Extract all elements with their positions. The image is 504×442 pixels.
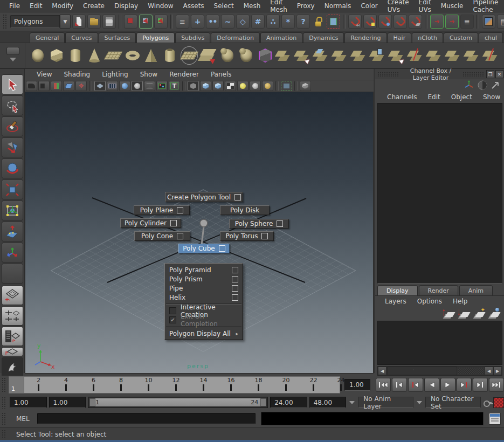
layer-editor-menu-item[interactable]: Options [413, 296, 446, 306]
open-scene-icon[interactable] [87, 15, 101, 29]
mask-handles-icon[interactable] [206, 15, 219, 29]
panel-menu-item[interactable]: Shading [58, 70, 95, 79]
shelf-tab[interactable]: Curves [65, 32, 98, 43]
universal-manipulator-button[interactable] [2, 201, 23, 220]
layer-editor-tab[interactable]: Render [419, 285, 458, 295]
snap-curve-icon[interactable] [363, 15, 377, 29]
command-result-field[interactable] [261, 412, 484, 425]
option-box-icon[interactable] [232, 276, 238, 282]
close-icon[interactable]: ✕ [495, 70, 503, 78]
texture-ref-icon[interactable] [169, 81, 180, 91]
move-tool-button[interactable] [2, 137, 23, 157]
last-tool-slot[interactable] [2, 264, 23, 284]
select-component-icon[interactable] [154, 15, 168, 29]
booleans-icon[interactable] [370, 47, 386, 64]
layer-editor-tab[interactable]: Anim [459, 285, 493, 295]
bookmark-icon[interactable] [51, 81, 62, 91]
option-box-icon[interactable] [219, 245, 225, 252]
menu-item[interactable]: Proxy [292, 1, 320, 11]
scroll-left2-icon[interactable]: ◀ [485, 367, 493, 375]
poly-cone-icon[interactable] [86, 47, 102, 64]
play-backwards-button[interactable] [424, 378, 439, 392]
lasso-tool-button[interactable] [2, 95, 23, 115]
step-forward-key-button[interactable] [457, 378, 472, 392]
auto-keyframe-icon[interactable] [483, 398, 492, 407]
panel-menu-item[interactable]: Renderer [164, 70, 204, 79]
new-scene-icon[interactable] [72, 15, 86, 29]
layout-outliner-persp-button[interactable] [2, 327, 23, 346]
platonic-solid-icon[interactable] [181, 46, 198, 65]
channel-box-menu-item[interactable]: Object [447, 92, 477, 102]
marking-menu-item-poly-sphere[interactable]: Poly Sphere [229, 219, 289, 229]
option-box-icon[interactable] [232, 267, 238, 273]
select-object-icon[interactable] [139, 15, 153, 29]
step-back-key-button[interactable] [408, 378, 423, 392]
anim-layer-field[interactable]: No Anim Layer [358, 397, 413, 408]
animation-start-field[interactable]: 1.00 [10, 397, 47, 408]
poly-pipe-icon[interactable] [162, 47, 178, 64]
use-bg-icon[interactable] [225, 81, 236, 91]
shelf-tab[interactable]: General [30, 32, 65, 43]
marking-menu-item-poly-cube[interactable]: Poly Cube [178, 244, 230, 253]
shelf-tab[interactable]: Subdivs [175, 32, 210, 43]
mask-points-icon[interactable] [191, 15, 204, 29]
animation-end-field[interactable]: 48.00 [309, 397, 347, 408]
play-forwards-button[interactable] [440, 378, 455, 392]
checkbox-unchecked-icon[interactable] [169, 307, 176, 314]
light-gray-icon[interactable] [250, 81, 261, 91]
shelf-tab[interactable]: Custom [444, 32, 478, 43]
vertex-color-icon[interactable] [156, 81, 168, 91]
mask-curves-icon[interactable] [221, 15, 234, 29]
highlight-select-icon[interactable] [281, 81, 292, 91]
layer-editor-menu-item[interactable]: Help [448, 296, 472, 306]
snap-center-icon[interactable] [393, 15, 407, 29]
mask-dynamics-icon[interactable] [266, 15, 280, 29]
playback-end-field[interactable]: 24.00 [270, 397, 307, 408]
select-tool-button[interactable] [2, 74, 23, 94]
make-live-icon[interactable] [327, 15, 340, 29]
scrollbar-thumb[interactable] [387, 367, 457, 375]
soft-modification-tool-button[interactable] [2, 222, 23, 241]
step-forward-frame-button[interactable] [473, 378, 488, 392]
scrollbar-track[interactable] [458, 368, 484, 374]
shaded-icon[interactable] [119, 81, 130, 91]
subdiv-proxy-icon[interactable] [238, 47, 254, 64]
option-box-icon[interactable] [232, 294, 238, 301]
panel-menu-item[interactable]: Panels [205, 70, 237, 79]
layout-single-persp-button[interactable] [2, 286, 23, 305]
menu-item-exit-on-completion[interactable]: ✔ Exit On Completion [165, 315, 243, 324]
poly-pyramid-icon[interactable] [143, 47, 159, 64]
menu-item-pipe[interactable]: Pipe [165, 284, 243, 293]
separate-icon[interactable] [333, 47, 349, 64]
menu-item[interactable]: Muscle [436, 1, 468, 11]
new-empty-layer-icon[interactable] [473, 309, 484, 317]
float-panel-icon[interactable]: ❐ [486, 70, 494, 78]
snap-grid-icon[interactable] [348, 15, 362, 29]
time-slider[interactable]: 1 2 4 6 8 10 12 [9, 376, 340, 393]
cut-faces-icon[interactable] [484, 47, 500, 64]
step-back-frame-button[interactable] [392, 378, 407, 392]
camera-attrs-icon[interactable] [38, 81, 50, 91]
option-box-icon[interactable] [261, 233, 268, 239]
status-line-grip[interactable] [2, 13, 8, 30]
uv-texture-icon[interactable] [257, 47, 273, 64]
shelf-tab[interactable]: Dynamics [303, 32, 344, 43]
smooth-shade-icon[interactable] [132, 81, 143, 91]
menu-item-helix[interactable]: Helix [165, 293, 243, 302]
shelf-tab[interactable]: Rendering [344, 32, 386, 43]
shelf-tab[interactable]: nCloth [412, 32, 443, 43]
option-box-icon[interactable] [177, 233, 183, 239]
layer-list-empty[interactable] [377, 321, 502, 365]
range-slider-bar[interactable]: 1 24 [89, 398, 266, 406]
menu-item[interactable]: Modify [47, 1, 78, 11]
snap-viewplane-icon[interactable] [409, 15, 422, 29]
shelf-tab[interactable]: Polygons [136, 32, 175, 43]
menu-item[interactable]: Select [209, 1, 239, 11]
camera-icon[interactable] [26, 81, 37, 91]
menu-item[interactable]: Mesh [239, 1, 266, 11]
current-frame-marker[interactable]: 1 [9, 377, 24, 393]
output-connection-icon[interactable] [445, 15, 459, 29]
channel-box-menu-item[interactable]: Edit [424, 92, 445, 102]
scene-lights-icon[interactable] [188, 81, 199, 91]
mask-deformations-icon[interactable] [251, 15, 265, 29]
